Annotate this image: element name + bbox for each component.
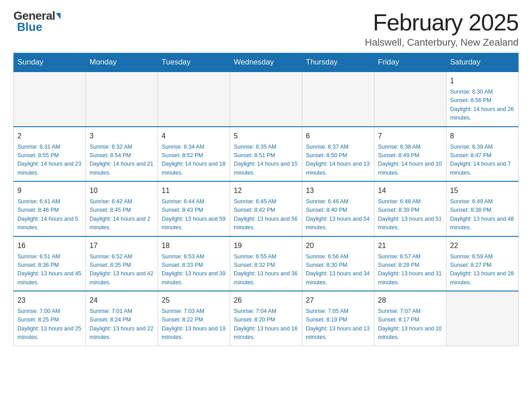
calendar-cell (374, 72, 446, 127)
calendar-cell: 9Sunrise: 6:41 AMSunset: 8:46 PMDaylight… (14, 181, 86, 236)
day-number: 28 (378, 295, 442, 306)
sun-info: Sunrise: 6:30 AMSunset: 8:56 PMDaylight:… (450, 88, 515, 123)
sun-info: Sunrise: 6:52 AMSunset: 8:35 PMDaylight:… (90, 253, 154, 287)
day-number: 10 (90, 185, 154, 196)
calendar-cell: 21Sunrise: 6:57 AMSunset: 8:28 PMDayligh… (374, 236, 446, 291)
sun-info: Sunrise: 6:49 AMSunset: 8:38 PMDaylight:… (450, 197, 515, 232)
calendar-cell: 5Sunrise: 6:35 AMSunset: 8:51 PMDaylight… (230, 127, 302, 182)
sun-info: Sunrise: 7:07 AMSunset: 8:17 PMDaylight:… (378, 307, 442, 342)
day-number: 13 (306, 185, 370, 196)
calendar-subtitle: Halswell, Canterbury, New Zealand (365, 37, 519, 48)
sun-info: Sunrise: 6:34 AMSunset: 8:52 PMDaylight:… (162, 143, 226, 178)
calendar-cell: 8Sunrise: 6:39 AMSunset: 8:47 PMDaylight… (446, 127, 519, 182)
day-number: 14 (378, 185, 442, 196)
day-number: 23 (17, 295, 82, 306)
calendar-cell: 17Sunrise: 6:52 AMSunset: 8:35 PMDayligh… (86, 236, 158, 291)
calendar-header-row: SundayMondayTuesdayWednesdayThursdayFrid… (14, 53, 519, 72)
day-number: 26 (234, 295, 298, 306)
calendar-cell: 7Sunrise: 6:38 AMSunset: 8:49 PMDaylight… (374, 127, 446, 182)
calendar-cell: 22Sunrise: 6:59 AMSunset: 8:27 PMDayligh… (446, 236, 519, 291)
calendar-week-row: 9Sunrise: 6:41 AMSunset: 8:46 PMDaylight… (14, 181, 519, 236)
sun-info: Sunrise: 6:42 AMSunset: 8:45 PMDaylight:… (90, 197, 154, 232)
logo-triangle-icon (56, 13, 60, 19)
day-number: 18 (162, 240, 226, 251)
day-number: 24 (90, 295, 154, 306)
sun-info: Sunrise: 6:48 AMSunset: 8:39 PMDaylight:… (378, 197, 442, 232)
day-number: 20 (306, 240, 370, 251)
day-number: 21 (378, 240, 442, 251)
day-number: 4 (162, 131, 226, 141)
calendar-week-row: 23Sunrise: 7:00 AMSunset: 8:25 PMDayligh… (14, 291, 519, 346)
day-number: 8 (450, 131, 515, 141)
calendar-cell (446, 291, 519, 346)
day-number: 27 (306, 295, 370, 306)
day-number: 5 (234, 131, 298, 141)
sun-info: Sunrise: 6:32 AMSunset: 8:54 PMDaylight:… (90, 143, 154, 178)
weekday-header-wednesday: Wednesday (230, 53, 302, 72)
sun-info: Sunrise: 6:39 AMSunset: 8:47 PMDaylight:… (450, 143, 515, 178)
calendar-cell: 10Sunrise: 6:42 AMSunset: 8:45 PMDayligh… (86, 181, 158, 236)
calendar-cell: 28Sunrise: 7:07 AMSunset: 8:17 PMDayligh… (374, 291, 446, 346)
calendar-week-row: 1Sunrise: 6:30 AMSunset: 8:56 PMDaylight… (14, 72, 519, 127)
sun-info: Sunrise: 7:03 AMSunset: 8:22 PMDaylight:… (162, 307, 226, 342)
calendar-cell: 4Sunrise: 6:34 AMSunset: 8:52 PMDaylight… (158, 127, 230, 182)
day-number: 25 (162, 295, 226, 306)
sun-info: Sunrise: 6:51 AMSunset: 8:36 PMDaylight:… (17, 253, 82, 287)
calendar-cell: 27Sunrise: 7:05 AMSunset: 8:19 PMDayligh… (302, 291, 374, 346)
calendar-cell: 23Sunrise: 7:00 AMSunset: 8:25 PMDayligh… (14, 291, 86, 346)
day-number: 16 (17, 240, 82, 251)
sun-info: Sunrise: 7:01 AMSunset: 8:24 PMDaylight:… (90, 307, 154, 342)
day-number: 2 (17, 131, 82, 141)
calendar-cell: 20Sunrise: 6:56 AMSunset: 8:30 PMDayligh… (302, 236, 374, 291)
calendar-cell: 11Sunrise: 6:44 AMSunset: 8:43 PMDayligh… (158, 181, 230, 236)
calendar-cell: 12Sunrise: 6:45 AMSunset: 8:42 PMDayligh… (230, 181, 302, 236)
day-number: 15 (450, 185, 515, 196)
sun-info: Sunrise: 6:41 AMSunset: 8:46 PMDaylight:… (17, 197, 82, 232)
calendar-cell: 6Sunrise: 6:37 AMSunset: 8:50 PMDaylight… (302, 127, 374, 182)
weekday-header-monday: Monday (86, 53, 158, 72)
sun-info: Sunrise: 6:31 AMSunset: 8:55 PMDaylight:… (17, 143, 82, 178)
logo-blue-text: Blue (13, 20, 42, 34)
calendar-cell: 24Sunrise: 7:01 AMSunset: 8:24 PMDayligh… (86, 291, 158, 346)
sun-info: Sunrise: 6:46 AMSunset: 8:40 PMDaylight:… (306, 197, 370, 232)
day-number: 22 (450, 240, 515, 251)
calendar-cell (14, 72, 86, 127)
logo: General Blue (13, 9, 60, 34)
sun-info: Sunrise: 6:59 AMSunset: 8:27 PMDaylight:… (450, 253, 515, 287)
day-number: 19 (234, 240, 298, 251)
weekday-header-tuesday: Tuesday (158, 53, 230, 72)
day-number: 7 (378, 131, 442, 141)
sun-info: Sunrise: 6:38 AMSunset: 8:49 PMDaylight:… (378, 143, 442, 178)
weekday-header-saturday: Saturday (446, 53, 519, 72)
sun-info: Sunrise: 7:05 AMSunset: 8:19 PMDaylight:… (306, 307, 370, 342)
day-number: 3 (90, 131, 154, 141)
weekday-header-sunday: Sunday (14, 53, 86, 72)
sun-info: Sunrise: 7:00 AMSunset: 8:25 PMDaylight:… (17, 307, 82, 342)
day-number: 17 (90, 240, 154, 251)
day-number: 1 (450, 76, 515, 86)
day-number: 12 (234, 185, 298, 196)
calendar-cell: 16Sunrise: 6:51 AMSunset: 8:36 PMDayligh… (14, 236, 86, 291)
weekday-header-thursday: Thursday (302, 53, 374, 72)
calendar-cell (86, 72, 158, 127)
weekday-header-friday: Friday (374, 53, 446, 72)
calendar-week-row: 2Sunrise: 6:31 AMSunset: 8:55 PMDaylight… (14, 127, 519, 182)
calendar-cell (302, 72, 374, 127)
sun-info: Sunrise: 6:57 AMSunset: 8:28 PMDaylight:… (378, 253, 442, 287)
day-number: 6 (306, 131, 370, 141)
calendar-cell: 1Sunrise: 6:30 AMSunset: 8:56 PMDaylight… (446, 72, 519, 127)
calendar-cell: 25Sunrise: 7:03 AMSunset: 8:22 PMDayligh… (158, 291, 230, 346)
sun-info: Sunrise: 7:04 AMSunset: 8:20 PMDaylight:… (234, 307, 298, 342)
calendar-week-row: 16Sunrise: 6:51 AMSunset: 8:36 PMDayligh… (14, 236, 519, 291)
sun-info: Sunrise: 6:37 AMSunset: 8:50 PMDaylight:… (306, 143, 370, 178)
sun-info: Sunrise: 6:44 AMSunset: 8:43 PMDaylight:… (162, 197, 226, 232)
page-header: General Blue February 2025 Halswell, Can… (13, 9, 519, 48)
calendar-cell: 3Sunrise: 6:32 AMSunset: 8:54 PMDaylight… (86, 127, 158, 182)
day-number: 11 (162, 185, 226, 196)
calendar-cell: 18Sunrise: 6:53 AMSunset: 8:33 PMDayligh… (158, 236, 230, 291)
title-block: February 2025 Halswell, Canterbury, New … (365, 9, 519, 48)
sun-info: Sunrise: 6:45 AMSunset: 8:42 PMDaylight:… (234, 197, 298, 232)
calendar-cell: 2Sunrise: 6:31 AMSunset: 8:55 PMDaylight… (14, 127, 86, 182)
calendar-title: February 2025 (365, 9, 519, 36)
sun-info: Sunrise: 6:35 AMSunset: 8:51 PMDaylight:… (234, 143, 298, 178)
